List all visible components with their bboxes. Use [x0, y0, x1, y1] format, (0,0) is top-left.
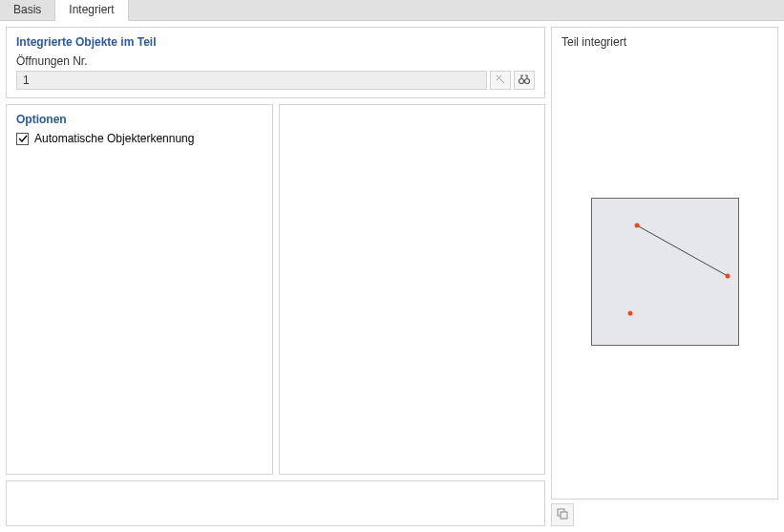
auto-detection-label: Automatische Objekterkennung	[34, 132, 194, 145]
right-column: Teil integriert	[551, 27, 778, 526]
integrated-objects-title: Integrierte Objekte im Teil	[16, 35, 535, 49]
tab-integriert[interactable]: Integriert	[55, 0, 128, 21]
empty-panel	[279, 104, 546, 475]
bottom-strip	[6, 480, 545, 526]
integrated-objects-panel: Integrierte Objekte im Teil Öffnungen Nr…	[6, 27, 545, 98]
tab-basis[interactable]: Basis	[0, 0, 55, 20]
options-title: Optionen	[16, 113, 263, 126]
preview-point-3	[627, 311, 632, 316]
auto-detection-checkbox[interactable]	[16, 133, 29, 145]
copy-button[interactable]	[551, 503, 574, 526]
openings-input-row	[16, 71, 535, 90]
tab-bar: Basis Integriert	[0, 0, 784, 21]
main-area: Integrierte Objekte im Teil Öffnungen Nr…	[0, 21, 784, 532]
openings-label: Öffnungen Nr.	[16, 54, 535, 68]
find-button[interactable]	[514, 71, 535, 90]
pick-icon	[495, 74, 506, 88]
part-preview	[591, 198, 739, 346]
preview-line	[592, 199, 740, 347]
copy-icon	[556, 507, 569, 523]
tab-basis-label: Basis	[13, 3, 41, 16]
preview-point-1	[634, 223, 639, 228]
options-panel: Optionen Automatische Objekterkennung	[6, 104, 273, 475]
middle-row: Optionen Automatische Objekterkennung	[6, 104, 545, 475]
tab-integriert-label: Integriert	[69, 3, 114, 16]
svg-point-1	[525, 78, 530, 83]
svg-line-2	[637, 225, 728, 276]
check-icon	[18, 134, 28, 143]
preview-title: Teil integriert	[562, 35, 768, 49]
preview-panel: Teil integriert	[551, 27, 778, 500]
preview-toolbar	[551, 503, 778, 526]
svg-point-0	[519, 78, 524, 83]
preview-point-2	[725, 274, 730, 279]
preview-area	[562, 53, 768, 491]
left-column: Integrierte Objekte im Teil Öffnungen Nr…	[6, 27, 545, 526]
auto-detection-row: Automatische Objekterkennung	[16, 132, 263, 145]
pick-button[interactable]	[490, 71, 511, 90]
binoculars-icon	[518, 74, 531, 88]
svg-rect-4	[561, 512, 567, 519]
openings-input[interactable]	[16, 71, 487, 90]
